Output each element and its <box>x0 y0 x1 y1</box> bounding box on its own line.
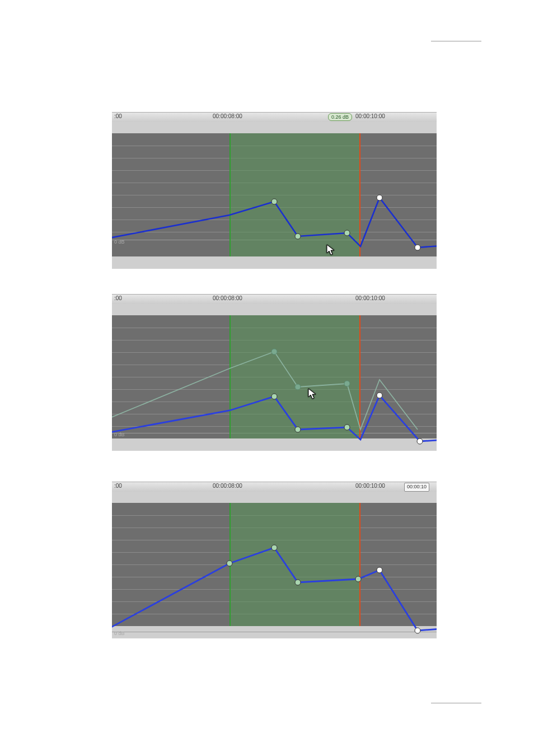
ruler-tick: 00:00:10:00 <box>355 113 385 119</box>
nodes-green[interactable] <box>271 394 350 432</box>
track-body[interactable]: 0 dB <box>112 310 437 451</box>
envelope-line[interactable] <box>112 198 437 248</box>
envelope-node[interactable] <box>271 545 277 550</box>
nodes-ghost <box>271 349 350 390</box>
ruler-tick: :00 <box>114 295 122 301</box>
envelope-node[interactable] <box>344 230 350 236</box>
envelope-node[interactable] <box>415 628 420 633</box>
envelope-line[interactable] <box>112 548 437 633</box>
track-inner[interactable]: 0 dB <box>112 133 437 256</box>
envelope-node[interactable] <box>295 234 301 239</box>
ruler-tick: :00 <box>114 483 122 489</box>
time-ruler[interactable]: :00 00:00:08:00 00:00:10:00 0.26 dB <box>112 112 437 123</box>
envelope-node[interactable] <box>271 349 277 354</box>
footer-rule <box>431 703 481 703</box>
envelope-svg[interactable] <box>112 503 437 638</box>
track-body[interactable]: 0 dB <box>112 128 437 269</box>
envelope-node[interactable] <box>295 427 301 432</box>
envelope-node[interactable] <box>344 424 350 430</box>
timeline-panel-2[interactable]: :00 00:00:08:00 00:00:10:00 0 dB <box>112 294 437 451</box>
envelope-node[interactable] <box>271 199 277 204</box>
timeline-panel-1[interactable]: :00 00:00:08:00 00:00:10:00 0.26 dB 0 dB <box>112 112 437 269</box>
ruler-tick: :00 <box>114 113 122 119</box>
ruler-tick: 00:00:10:00 <box>355 483 385 489</box>
time-badge: 00:00:10 <box>404 483 429 492</box>
timeline-panel-3[interactable]: :00 00:00:08:00 00:00:10:00 00:00:10 0 d… <box>112 482 437 638</box>
track-body[interactable]: 0 dB <box>112 497 437 638</box>
envelope-node[interactable] <box>415 245 420 250</box>
envelope-svg[interactable] <box>112 315 437 450</box>
envelope-node[interactable] <box>377 567 382 573</box>
ruler-tick: 00:00:08:00 <box>213 483 242 489</box>
envelope-node[interactable] <box>295 384 301 390</box>
ruler-tick: 00:00:08:00 <box>213 113 242 119</box>
page: :00 00:00:08:00 00:00:10:00 0.26 dB 0 dB <box>0 0 534 756</box>
value-badge: 0.26 dB <box>328 113 352 121</box>
envelope-node[interactable] <box>295 580 301 585</box>
ruler-tick: 00:00:10:00 <box>355 295 385 301</box>
envelope-node[interactable] <box>227 561 232 566</box>
envelope-node[interactable] <box>377 195 382 200</box>
time-ruler[interactable]: :00 00:00:08:00 00:00:10:00 00:00:10 <box>112 482 437 493</box>
track-inner[interactable]: 0 dB <box>112 315 437 438</box>
envelope-svg[interactable] <box>112 133 437 256</box>
envelope-node[interactable] <box>417 438 423 444</box>
track-inner[interactable]: 0 dB <box>112 503 437 626</box>
envelope-node[interactable] <box>355 576 361 582</box>
envelope-line[interactable] <box>112 395 437 441</box>
time-ruler[interactable]: :00 00:00:08:00 00:00:10:00 <box>112 294 437 305</box>
nodes-green[interactable] <box>227 545 361 585</box>
envelope-node[interactable] <box>377 393 382 398</box>
envelope-node[interactable] <box>271 394 277 399</box>
envelope-ghost <box>112 352 418 430</box>
envelope-node[interactable] <box>344 381 350 386</box>
ruler-tick: 00:00:08:00 <box>213 295 242 301</box>
header-rule <box>431 41 481 41</box>
